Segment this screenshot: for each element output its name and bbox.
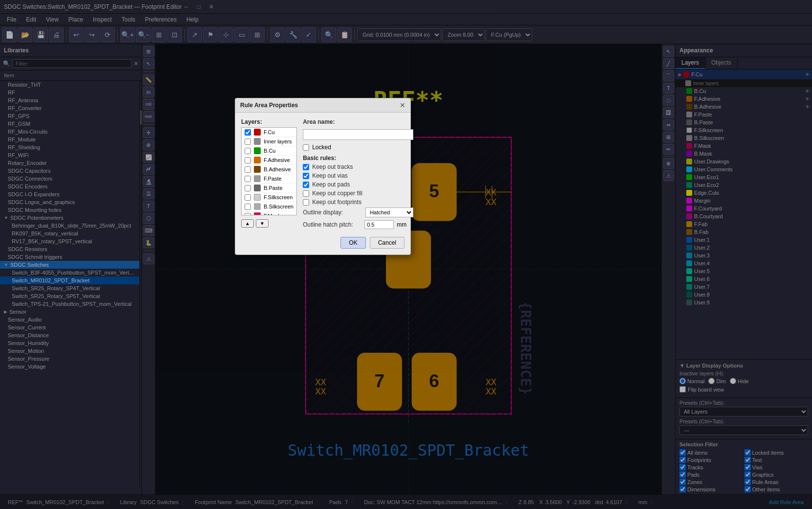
modal-layer-scroll-up[interactable]: ▲ bbox=[241, 219, 254, 228]
modal-layer-bsilk-cb[interactable] bbox=[245, 204, 251, 210]
modal-layer-bsilk: B.Silkscreen bbox=[242, 202, 296, 211]
modal-layer-scroll: ▲ ▼ bbox=[241, 219, 297, 228]
modal-hatch-input[interactable] bbox=[364, 220, 394, 229]
modal-layer-fmask-color bbox=[254, 212, 261, 215]
modal-layer-fcu-color bbox=[254, 129, 261, 136]
modal-layer-fsilk-name: F.Silkscreen bbox=[264, 194, 293, 200]
modal-rule-copper-cb[interactable] bbox=[303, 190, 309, 197]
modal-layer-fmask-name: F.Mask bbox=[264, 213, 281, 215]
modal-rule-tracks-label: Keep out tracks bbox=[312, 163, 353, 170]
modal-layer-fp: F.Paste bbox=[242, 174, 296, 184]
modal-layer-badh-name: B.Adhesive bbox=[264, 166, 291, 172]
modal-rule-pads-cb[interactable] bbox=[303, 182, 309, 188]
modal-layer-badh-color bbox=[254, 166, 261, 173]
modal-layer-bcu-color bbox=[254, 147, 261, 154]
modal-rule-footprints-cb[interactable] bbox=[303, 199, 309, 206]
modal-layer-fcu-cb[interactable] bbox=[245, 129, 251, 136]
modal-layer-fadh-name: F.Adhesive bbox=[264, 157, 290, 163]
modal-layer-bcu-cb[interactable] bbox=[245, 148, 251, 154]
modal-layer-inner-cb[interactable] bbox=[245, 139, 251, 145]
modal-layer-fp-color bbox=[254, 175, 261, 182]
modal-rule-vias-cb[interactable] bbox=[303, 173, 309, 179]
modal-locked-label: Locked bbox=[312, 144, 331, 151]
modal-titlebar: Rule Area Properties ✕ bbox=[235, 98, 410, 113]
modal-layer-badh: B.Adhesive bbox=[242, 165, 296, 174]
modal-properties-col: Area name: Locked Basic rules: Keep out … bbox=[303, 118, 413, 233]
modal-body: Layers: F.Cu Inner layers bbox=[235, 113, 410, 254]
modal-area-name-row: Area name: bbox=[303, 118, 413, 125]
modal-outline-label: Outline display: bbox=[303, 209, 361, 216]
modal-layer-bp-name: B.Paste bbox=[264, 185, 283, 191]
modal-rule-pads-label: Keep out pads bbox=[312, 181, 350, 188]
modal-layer-bcu-name: B.Cu bbox=[264, 148, 275, 154]
rule-area-dialog: Rule Area Properties ✕ Layers: F.Cu bbox=[235, 98, 411, 255]
modal-layer-inner: Inner layers bbox=[242, 137, 296, 146]
modal-layer-fadh-color bbox=[254, 157, 261, 163]
modal-rule-copper: Keep out copper fill bbox=[303, 190, 413, 197]
modal-locked-checkbox[interactable] bbox=[303, 144, 309, 151]
modal-rule-copper-label: Keep out copper fill bbox=[312, 190, 362, 197]
modal-layer-scroll-down[interactable]: ▼ bbox=[256, 219, 269, 228]
modal-basic-rules-label: Basic rules: bbox=[303, 155, 413, 162]
layers-col-label: Layers: bbox=[241, 118, 297, 125]
modal-hatch-row: Outline hatch pitch: mm bbox=[303, 220, 413, 229]
modal-rule-tracks: Keep out tracks bbox=[303, 163, 413, 170]
modal-layer-fp-name: F.Paste bbox=[264, 176, 282, 182]
modal-rule-vias: Keep out vias bbox=[303, 172, 413, 179]
modal-layer-bp: B.Paste bbox=[242, 184, 296, 193]
modal-layer-fmask: F.Mask bbox=[242, 211, 296, 215]
modal-layer-fsilk-cb[interactable] bbox=[245, 194, 251, 201]
modal-outline-select[interactable]: Hatched Line Fully Hatched bbox=[365, 208, 413, 217]
modal-layer-bp-color bbox=[254, 185, 261, 191]
modal-layer-bsilk-color bbox=[254, 203, 261, 210]
modal-layer-bsilk-name: B.Silkscreen bbox=[264, 204, 293, 209]
modal-locked-row: Locked bbox=[303, 144, 413, 151]
modal-area-name-label: Area name: bbox=[303, 118, 335, 125]
modal-columns: Layers: F.Cu Inner layers bbox=[241, 118, 405, 233]
modal-layer-bp-cb[interactable] bbox=[245, 185, 251, 191]
modal-layer-fsilk-color bbox=[254, 194, 261, 201]
modal-ok-btn[interactable]: OK bbox=[340, 237, 365, 249]
modal-rule-pads: Keep out pads bbox=[303, 181, 413, 188]
modal-rule-footprints-label: Keep out footprints bbox=[312, 199, 361, 206]
modal-buttons: OK Cancel bbox=[241, 237, 405, 249]
modal-close-btn[interactable]: ✕ bbox=[400, 101, 406, 109]
modal-area-name-input[interactable] bbox=[303, 129, 413, 140]
modal-layer-fmask-cb[interactable] bbox=[245, 213, 251, 216]
modal-hatch-label: Outline hatch pitch: bbox=[303, 221, 361, 228]
modal-layer-fadh: F.Adhesive bbox=[242, 156, 296, 165]
modal-layer-fp-cb[interactable] bbox=[245, 176, 251, 182]
modal-layer-fcu: F.Cu bbox=[242, 128, 296, 137]
modal-layer-fadh-cb[interactable] bbox=[245, 157, 251, 163]
modal-cancel-btn[interactable]: Cancel bbox=[370, 237, 405, 249]
modal-layer-bcu: B.Cu bbox=[242, 146, 296, 156]
modal-layer-badh-cb[interactable] bbox=[245, 166, 251, 173]
modal-layer-inner-color bbox=[254, 138, 261, 145]
modal-layers-col: Layers: F.Cu Inner layers bbox=[241, 118, 297, 233]
modal-title: Rule Area Properties bbox=[240, 102, 400, 109]
modal-rule-tracks-cb[interactable] bbox=[303, 164, 309, 170]
modal-rule-vias-label: Keep out vias bbox=[312, 172, 348, 179]
modal-rule-footprints: Keep out footprints bbox=[303, 199, 413, 206]
modal-layer-inner-name: Inner layers bbox=[264, 139, 292, 144]
modal-layer-fcu-name: F.Cu bbox=[264, 129, 275, 135]
modal-layers-listbox[interactable]: F.Cu Inner layers B.Cu bbox=[241, 127, 297, 215]
modal-overlay: Rule Area Properties ✕ Layers: F.Cu bbox=[0, 0, 812, 509]
modal-layer-fsilk: F.Silkscreen bbox=[242, 193, 296, 202]
modal-hatch-unit: mm bbox=[397, 221, 406, 228]
modal-outline-row: Outline display: Hatched Line Fully Hatc… bbox=[303, 208, 413, 217]
